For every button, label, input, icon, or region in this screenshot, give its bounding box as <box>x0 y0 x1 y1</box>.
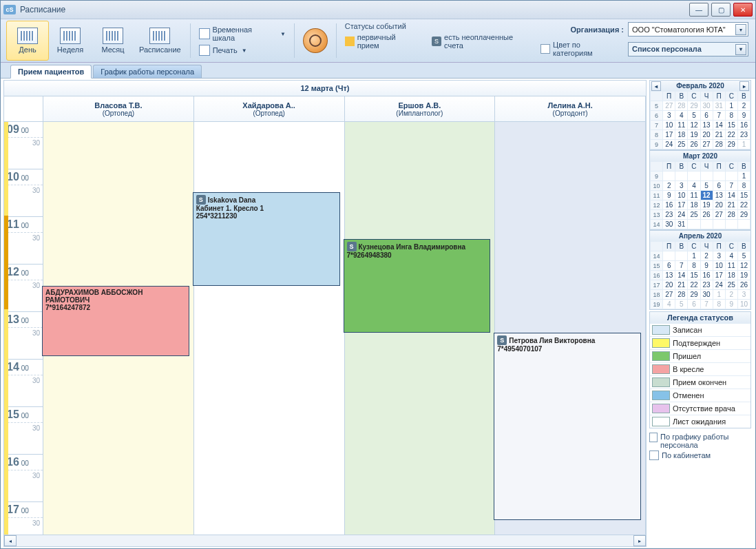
calendar-day[interactable]: 1 <box>713 290 725 300</box>
calendar-day[interactable]: 28 <box>675 101 688 111</box>
calendar-day[interactable]: 27 <box>663 290 675 300</box>
calendar-day[interactable]: 2 <box>663 181 675 191</box>
calendar-day[interactable]: 10 <box>713 261 725 271</box>
calendar-day[interactable]: 7 <box>700 300 713 309</box>
column-header[interactable]: Хайдарова А..(Ортопед) <box>194 96 345 121</box>
calendar-day[interactable]: 10 <box>663 121 675 130</box>
calendar-day[interactable]: 11 <box>725 261 737 271</box>
calendar-day[interactable]: 31 <box>713 101 725 111</box>
calendar-day[interactable]: 11 <box>675 121 688 130</box>
calendar-day[interactable]: 3 <box>675 181 688 191</box>
calendar-day[interactable]: 30 <box>663 220 675 229</box>
view-расписание-button[interactable]: Расписание <box>134 21 186 61</box>
calendar-day[interactable]: 4 <box>725 251 737 261</box>
calendar-day[interactable]: 1 <box>725 101 737 111</box>
calendar-day[interactable]: 19 <box>700 200 713 210</box>
calendar-day[interactable]: 16 <box>700 271 713 280</box>
calendar-day[interactable]: 15 <box>725 121 737 130</box>
calendar-day[interactable]: 5 <box>688 111 700 121</box>
calendar-day[interactable]: 15 <box>688 271 700 280</box>
calendar-day[interactable]: 16 <box>737 121 750 130</box>
calendar-day[interactable]: 15 <box>737 191 750 200</box>
mini-calendar[interactable]: Апрель 2020ПВСЧПСВ1412345156789101112161… <box>649 230 751 310</box>
appointment[interactable]: SКузнецова Инга Владимировна7*9264948380 <box>344 239 491 333</box>
column-header[interactable]: Ершов А.В.(Имплантолог) <box>345 96 496 121</box>
mini-calendar[interactable]: ◂Февраль 2020▸ПВСЧПСВ5272829303112634567… <box>649 80 751 150</box>
calendar-day[interactable]: 14 <box>713 121 725 130</box>
calendar-day[interactable]: 20 <box>700 130 713 140</box>
calendar-day[interactable]: 7 <box>725 181 737 191</box>
calendar-day[interactable]: 4 <box>675 111 688 121</box>
schedule-column[interactable]: SПетрова Лия Викторовна7*4954070107 <box>495 122 646 535</box>
calendar-day[interactable]: 10 <box>675 191 688 200</box>
calendar-day[interactable]: 27 <box>713 210 725 220</box>
calendar-day[interactable] <box>700 220 713 229</box>
appointment[interactable]: АБДУРАХИМОВ АББОСЖОН РАМОТОВИЧ7*91642478… <box>42 286 189 356</box>
calendar-day[interactable]: 21 <box>725 200 737 210</box>
calendar-day[interactable]: 12 <box>688 121 700 130</box>
horizontal-scrollbar[interactable]: ◂ ▸ <box>4 535 646 546</box>
calendar-day[interactable]: 14 <box>725 191 737 200</box>
calendar-day[interactable]: 1 <box>737 140 750 149</box>
calendar-day[interactable]: 26 <box>688 140 700 149</box>
calendar-day[interactable] <box>725 172 737 181</box>
prev-month-button[interactable]: ◂ <box>651 81 661 91</box>
scroll-left-icon[interactable]: ◂ <box>4 535 17 546</box>
calendar-day[interactable] <box>675 172 688 181</box>
calendar-day[interactable]: 11 <box>688 191 700 200</box>
calendar-day[interactable]: 23 <box>700 280 713 290</box>
calendar-day[interactable]: 25 <box>675 140 688 149</box>
calendar-day[interactable]: 22 <box>688 280 700 290</box>
calendar-day[interactable]: 29 <box>688 101 700 111</box>
calendar-day[interactable]: 29 <box>688 290 700 300</box>
calendar-day[interactable]: 30 <box>700 290 713 300</box>
calendar-day[interactable]: 28 <box>675 290 688 300</box>
calendar-day[interactable]: 25 <box>688 210 700 220</box>
calendar-day[interactable]: 23 <box>663 210 675 220</box>
calendar-day[interactable] <box>737 220 750 229</box>
calendar-day[interactable]: 5 <box>737 251 750 261</box>
calendar-day[interactable]: 9 <box>700 261 713 271</box>
calendar-day[interactable]: 7 <box>675 261 688 271</box>
calendar-day[interactable]: 17 <box>675 200 688 210</box>
calendar-day[interactable]: 4 <box>663 300 675 309</box>
calendar-day[interactable]: 30 <box>700 101 713 111</box>
calendar-day[interactable]: 22 <box>737 200 750 210</box>
calendar-day[interactable]: 24 <box>713 280 725 290</box>
tab-staff-schedule[interactable]: График работы персонала <box>93 65 202 78</box>
calendar-day[interactable] <box>713 172 725 181</box>
staff-list-select[interactable]: Список персонала ▾ <box>628 42 748 56</box>
timescale-menu[interactable]: Временная шкала ▼ <box>199 25 286 42</box>
calendar-day[interactable]: 3 <box>663 111 675 121</box>
calendar-day[interactable]: 29 <box>737 210 750 220</box>
calendar-day[interactable]: 1 <box>737 172 750 181</box>
calendar-day[interactable]: 9 <box>737 111 750 121</box>
column-header[interactable]: Лелина А.Н.(Ортодонт) <box>495 96 646 121</box>
calendar-day[interactable]: 25 <box>725 280 737 290</box>
calendar-day[interactable]: 17 <box>713 271 725 280</box>
calendar-day[interactable]: 12 <box>737 261 750 271</box>
appointment[interactable]: SПетрова Лия Викторовна7*4954070107 <box>494 333 641 520</box>
calendar-day[interactable]: 9 <box>663 191 675 200</box>
calendar-day[interactable]: 17 <box>663 130 675 140</box>
calendar-day[interactable]: 27 <box>663 101 675 111</box>
calendar-day[interactable]: 28 <box>725 210 737 220</box>
calendar-day[interactable] <box>700 172 713 181</box>
calendar-day[interactable] <box>688 220 700 229</box>
calendar-day[interactable]: 6 <box>688 300 700 309</box>
calendar-day[interactable]: 6 <box>663 261 675 271</box>
calendar-day[interactable]: 26 <box>700 210 713 220</box>
calendar-day[interactable]: 8 <box>713 300 725 309</box>
calendar-day[interactable]: 26 <box>737 280 750 290</box>
calendar-day[interactable]: 1 <box>688 251 700 261</box>
appointment[interactable]: SIskakova DanaКабинет 1. Кресло 1254*321… <box>193 192 340 286</box>
calendar-day[interactable]: 2 <box>737 101 750 111</box>
calendar-day[interactable]: 3 <box>737 290 750 300</box>
calendar-day[interactable]: 28 <box>713 140 725 149</box>
view-месяц-button[interactable]: Месяц <box>92 21 134 61</box>
maximize-button[interactable]: ▢ <box>711 3 731 17</box>
calendar-day[interactable]: 18 <box>725 271 737 280</box>
calendar-day[interactable]: 7 <box>713 111 725 121</box>
calendar-day[interactable]: 21 <box>675 280 688 290</box>
tab-patients[interactable]: Прием пациентов <box>10 65 92 79</box>
